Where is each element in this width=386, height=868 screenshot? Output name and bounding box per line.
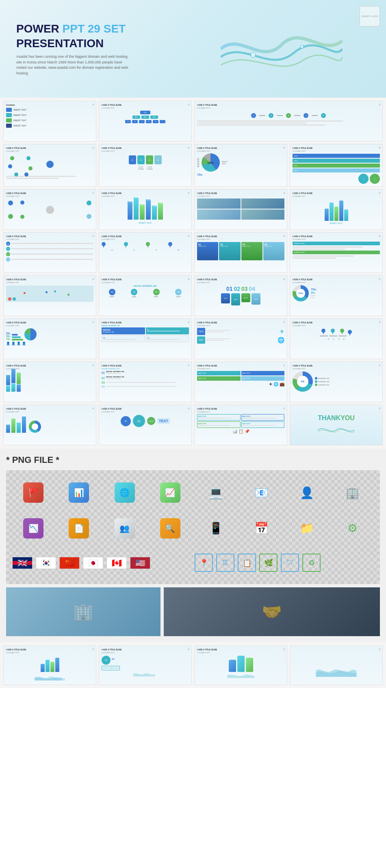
slide-sub: CLICK/ADD TEXT xyxy=(293,238,380,240)
slide-3d-bars[interactable]: ≡ I ADD A TITLE SLIDE CLICK/ADD TEXT INS… xyxy=(99,189,192,230)
slide-world-map[interactable]: ≡ I ADD A TITLE SLIDE CLICK/ADD TEXT ● ● xyxy=(3,275,96,316)
slide-bubbles[interactable]: ≡ I ADD A TITLE SLIDE CLICK/ADD TEXT 01 … xyxy=(99,405,192,445)
company-grid: DIGITAL INTERNET, INC 02 03 04 xyxy=(102,327,189,342)
slide-radial[interactable]: ≡ I ADD A TITLE SLIDE CLICK/ADD TEXT xyxy=(3,189,96,230)
slide-sub: CLICK/ADD TEXT xyxy=(293,368,380,370)
icon-recycling-outline: ♻ xyxy=(302,554,321,572)
slide-menu-icon: ≡ xyxy=(283,648,285,651)
slides-grid: ≡ Contents INSERT TEXT INSERT TEXT INSER… xyxy=(0,98,386,449)
slide-title: I ADD A TITLE SLIDE xyxy=(6,408,93,410)
photo-grid xyxy=(197,198,284,220)
slide-tall-bars[interactable]: ≡ I ADD A TITLE SLIDE CLICK/ADD TEXT INS… xyxy=(290,189,383,230)
slide-donut-text[interactable]: ≡ I ADD A TITLE SLIDE CLICK/ADD TEXT 70%… xyxy=(290,275,383,316)
small-icons-row: ✈ 🌐 💼 xyxy=(197,382,284,386)
outline-icons-row1: 📍 🗓 📋 🌿 🛡 ♻ xyxy=(195,554,374,572)
stacked-boxes: TEXT TEXT TEXT TEXT xyxy=(293,154,380,172)
bubbles-row: 01 02 ROUD TEXT xyxy=(102,415,189,427)
slide-menu-icon: ≡ xyxy=(92,146,94,150)
slide-wave-blank[interactable]: ≡ xyxy=(290,646,383,685)
slide-company-boxes[interactable]: ≡ I ADD A TITLE SLIDE DIGITAL INTERNET, … xyxy=(99,318,192,359)
slide-photo-collage[interactable]: ≡ I ADD A TITLE SLIDE CLICK/ADD TEXT xyxy=(194,189,287,230)
slide-multi-text[interactable]: ≡ I ADD A TITLE SLIDE CLICK/ADD TEXT ADD… xyxy=(194,405,287,445)
slide-network[interactable]: ≡ I ADD A TITLE SLIDE CLICK/ADD TEXT xyxy=(3,144,96,187)
slide-sub: CLICK/ADD TEXT xyxy=(6,325,93,327)
slide-circles-combo[interactable]: ≡ I ADD A TITLE SLIDE CLICK/ADD TEXT 30%… xyxy=(3,318,96,359)
slide-menu-icon: ≡ xyxy=(92,648,94,651)
slide-menu-icon: ≡ xyxy=(379,648,381,651)
slide-menu-icon: ≡ xyxy=(379,364,381,367)
slide-info-list[interactable]: ≡ I ADD A TITLE SLIDE CLICK/ADD TEXT TEX… xyxy=(290,144,383,187)
slide-sub: CLICK/ADD TEXT xyxy=(197,150,284,152)
slide-title: I ADD A TITLE SLIDE xyxy=(102,408,189,410)
icon-phone-outline: 📱 xyxy=(195,518,237,539)
hex-row: 01 02 03 04 xyxy=(197,286,284,292)
svg-point-0 xyxy=(251,52,256,57)
thankyou-text: THANKYOU xyxy=(318,414,355,422)
flag-uk: 🇬🇧 xyxy=(12,557,33,569)
slide-pie-chart[interactable]: ≡ I ADD A TITLE SLIDE CLICK/ADD TEXT 010… xyxy=(194,144,287,187)
icon-bars-3d: 📈 xyxy=(149,482,191,503)
click-to-add-btns: CLICK TO ADD TEXT xyxy=(102,666,189,670)
slide-title: I ADD A TITLE SLIDE xyxy=(6,278,93,281)
slide-4cols[interactable]: ≡ I ADD A TITLE SLIDE CLICK/ADD TEXT 01 … xyxy=(194,232,287,273)
slide-wave-cylinders[interactable]: ≡ I ADD A TITLE SLIDE CLICK/ADD TEXT xyxy=(194,646,287,685)
flag-korea: 🇰🇷 xyxy=(36,557,56,569)
slide-title: I ADD A TITLE SLIDE xyxy=(197,408,284,410)
slide-menu-icon: ≡ xyxy=(188,364,190,367)
slide-menu-icon: ≡ xyxy=(379,277,381,281)
slide-sub: CLICK/ADD TEXT xyxy=(197,325,284,327)
slide-bar-pie[interactable]: ≡ I ADD A TITLE SLIDE CLICK/ADD TEXT xyxy=(3,405,96,445)
slide-numbered-icons[interactable]: ≡ I ADD A TITLE SLIDE CLICK/ADD TEXT DIG… xyxy=(99,275,192,316)
slide-title: I ADD A TITLE SLIDE xyxy=(102,278,189,281)
icon-paper-3d: 📄 xyxy=(58,518,100,539)
text-icon-blocks: TEXT ✈ TEXT 🌐 xyxy=(197,328,284,344)
slide-sub: CLICK/ADD TEXT xyxy=(102,107,189,109)
slide-org-chart[interactable]: ≡ I ADD A TITLE SLIDE CLICK/ADD TEXT TOP… xyxy=(99,101,192,142)
wave-visual-1 xyxy=(6,656,93,672)
slide-colorbox-grid[interactable]: ≡ I ADD A TITLE SLIDE CLICK/ADD TEXT ADD… xyxy=(194,362,287,402)
slide-wave-2[interactable]: ≡ I ADD A TITLE SLIDE CLICK/ADD TEXT 01 … xyxy=(99,646,192,685)
slide-bar-mixed[interactable]: ≡ I ADD A TITLE SLIDE CLICK/ADD TEXT xyxy=(3,362,96,402)
slide-hex-numbers[interactable]: ≡ I ADD A TITLE SLIDE CLICK/ADD TEXT 01 … xyxy=(194,275,287,316)
slide-sub: CLICK/ADD TEXT xyxy=(6,150,93,152)
slide-sub: CLICK/ADD TEXT xyxy=(102,652,189,654)
slide-menu-icon: ≡ xyxy=(92,191,94,195)
slide-menu-icon: ≡ xyxy=(188,648,190,651)
slide-company-info[interactable]: ≡ I ADD A TITLE SLIDE DIGITAL INTERNET, … xyxy=(99,362,192,402)
icon-mail-outline: 📧 xyxy=(240,482,282,503)
slide-contents[interactable]: ≡ Contents INSERT TEXT INSERT TEXT INSER… xyxy=(3,101,96,142)
slide-title: I ADD A TITLE SLIDE xyxy=(102,147,189,149)
slide-pin-timeline[interactable]: ≡ I ADD A TITLE SLIDE CLICK/ADD TEXT xyxy=(290,318,383,359)
slide-wave-1[interactable]: ≡ I ADD A TITLE SLIDE CLICK/ADD TEXT xyxy=(3,646,96,685)
slide-menu-icon: ≡ xyxy=(379,234,381,238)
slide-timeline-wide[interactable]: ≡ I ADD A TITLE SLIDE CLICK/ADD TEXT 1 2… xyxy=(194,101,383,142)
slide-sub: CLICK/ADD TEXT xyxy=(102,195,189,197)
flags-row: 🇬🇧 🇰🇷 🇨🇳 🇯🇵 🇨🇦 🇺🇸 xyxy=(12,555,191,571)
wave-bottom-3 xyxy=(197,673,284,678)
cylinders-visual xyxy=(197,656,284,672)
slide-title: I ADD A TITLE SLIDE xyxy=(197,648,284,651)
4-col-layout: 01 INSERT TEXT 02 INSERT TEXT 03 INSERT … xyxy=(197,242,284,260)
org-chart: TOP MID1 MID2 MID3 A B C D E F xyxy=(102,111,189,123)
slide-steps-numbered[interactable]: ≡ I ADD A TITLE SLIDE CLICK/ADD TEXT 02 … xyxy=(3,232,96,273)
logo-placeholder: INSERT LOGO xyxy=(360,6,380,26)
slide-sub: CLICK/ADD TEXT xyxy=(197,195,284,197)
hero-left-content: POWER PPT 29 SET PRESENTATION Asadal has… xyxy=(16,22,193,76)
icon-laptop-outline: 💻 xyxy=(195,482,237,503)
png-section: * PNG FILE * 🚩 📊 🌐 📈 💻 📧 👤 🏢 xyxy=(0,449,386,642)
slide-text-icon-blocks[interactable]: ≡ I ADD A TITLE SLIDE CLICK/ADD TEXT TEX… xyxy=(194,318,287,359)
hero-subtitle: Asadal has been running one of the bigge… xyxy=(16,54,130,76)
slide-menu-icon: ≡ xyxy=(283,146,285,150)
slide-menu-icon: ≡ xyxy=(92,407,94,410)
slide-title: I ADD A TITLE SLIDE xyxy=(293,235,380,238)
slide-menu-icon: ≡ xyxy=(188,407,190,410)
photo-handshake: 🤝 xyxy=(164,587,380,636)
slide-menu-icon: ≡ xyxy=(188,191,190,195)
slide-menu-icon: ≡ xyxy=(283,321,285,324)
slide-large-donut[interactable]: ≡ I ADD A TITLE SLIDE CLICK/ADD TEXT PIE… xyxy=(290,362,383,402)
slide-flow-boxes[interactable]: ≡ I ADD A TITLE SLIDE CLICK/ADD TEXT 01 … xyxy=(99,144,192,187)
flag-japan: 🇯🇵 xyxy=(83,557,103,569)
slide-location-pins[interactable]: ≡ I ADD A TITLE SLIDE CLICK/ADD TEXT 01 … xyxy=(99,232,192,273)
flow-boxes: 01 02 03 04 xyxy=(102,155,189,164)
slide-text-list[interactable]: ≡ I ADD A TITLE SLIDE CLICK/ADD TEXT INS… xyxy=(290,232,383,273)
